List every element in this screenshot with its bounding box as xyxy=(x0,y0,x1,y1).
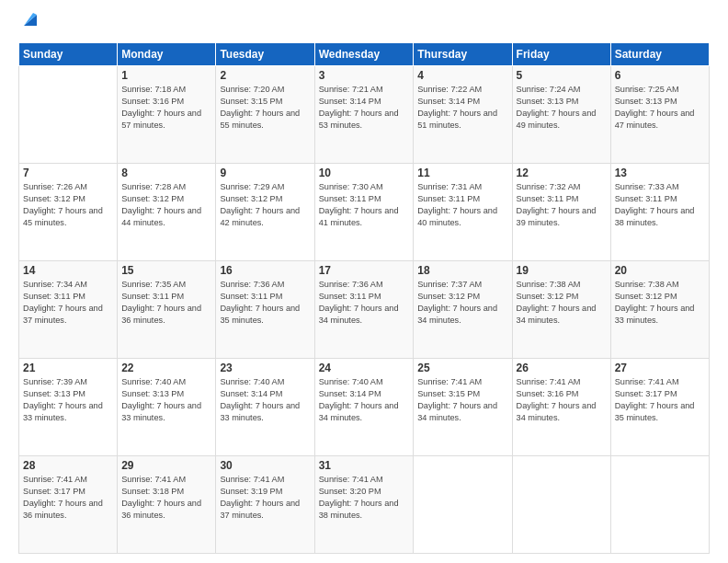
cell-sun-info: Sunrise: 7:34 AMSunset: 3:11 PMDaylight:… xyxy=(23,279,113,327)
calendar-cell: 19Sunrise: 7:38 AMSunset: 3:12 PMDayligh… xyxy=(512,261,610,359)
week-row-0: 1Sunrise: 7:18 AMSunset: 3:16 PMDaylight… xyxy=(19,66,710,164)
header xyxy=(18,17,710,33)
day-number: 15 xyxy=(121,264,211,277)
day-number: 25 xyxy=(417,362,507,374)
week-row-2: 14Sunrise: 7:34 AMSunset: 3:11 PMDayligh… xyxy=(19,261,710,359)
calendar-cell xyxy=(19,66,118,164)
logo xyxy=(18,17,40,33)
cell-sun-info: Sunrise: 7:25 AMSunset: 3:13 PMDaylight:… xyxy=(615,84,705,132)
day-number: 11 xyxy=(417,167,507,179)
calendar-header: SundayMondayTuesdayWednesdayThursdayFrid… xyxy=(19,43,710,66)
calendar-cell: 16Sunrise: 7:36 AMSunset: 3:11 PMDayligh… xyxy=(216,261,314,359)
cell-sun-info: Sunrise: 7:31 AMSunset: 3:11 PMDaylight:… xyxy=(417,181,507,229)
cell-sun-info: Sunrise: 7:38 AMSunset: 3:12 PMDaylight:… xyxy=(615,279,705,327)
cell-sun-info: Sunrise: 7:36 AMSunset: 3:11 PMDaylight:… xyxy=(220,279,310,327)
day-number: 20 xyxy=(615,264,705,277)
calendar-cell: 13Sunrise: 7:33 AMSunset: 3:11 PMDayligh… xyxy=(610,164,709,261)
day-number: 10 xyxy=(319,167,410,179)
calendar-cell: 5Sunrise: 7:24 AMSunset: 3:13 PMDaylight… xyxy=(512,66,610,164)
calendar-cell: 4Sunrise: 7:22 AMSunset: 3:14 PMDaylight… xyxy=(414,66,512,164)
day-number: 23 xyxy=(220,362,310,374)
logo-icon xyxy=(20,9,40,33)
cell-sun-info: Sunrise: 7:33 AMSunset: 3:11 PMDaylight:… xyxy=(615,181,705,229)
day-number: 21 xyxy=(23,362,113,374)
day-number: 22 xyxy=(121,362,211,374)
day-number: 3 xyxy=(319,69,410,82)
cell-sun-info: Sunrise: 7:30 AMSunset: 3:11 PMDaylight:… xyxy=(319,181,410,229)
weekday-header-saturday: Saturday xyxy=(610,43,709,66)
cell-sun-info: Sunrise: 7:41 AMSunset: 3:19 PMDaylight:… xyxy=(220,474,310,522)
calendar-cell: 10Sunrise: 7:30 AMSunset: 3:11 PMDayligh… xyxy=(314,164,414,261)
calendar-cell: 3Sunrise: 7:21 AMSunset: 3:14 PMDaylight… xyxy=(314,66,414,164)
calendar-cell: 20Sunrise: 7:38 AMSunset: 3:12 PMDayligh… xyxy=(610,261,709,359)
weekday-header-wednesday: Wednesday xyxy=(314,43,414,66)
calendar-cell xyxy=(414,456,512,554)
cell-sun-info: Sunrise: 7:40 AMSunset: 3:14 PMDaylight:… xyxy=(220,376,310,424)
weekday-header-monday: Monday xyxy=(118,43,216,66)
cell-sun-info: Sunrise: 7:41 AMSunset: 3:16 PMDaylight:… xyxy=(517,376,607,424)
calendar-cell: 21Sunrise: 7:39 AMSunset: 3:13 PMDayligh… xyxy=(19,359,118,456)
calendar-cell: 23Sunrise: 7:40 AMSunset: 3:14 PMDayligh… xyxy=(216,359,314,456)
calendar-cell: 27Sunrise: 7:41 AMSunset: 3:17 PMDayligh… xyxy=(610,359,709,456)
calendar-cell: 9Sunrise: 7:29 AMSunset: 3:12 PMDaylight… xyxy=(216,164,314,261)
calendar-cell: 8Sunrise: 7:28 AMSunset: 3:12 PMDaylight… xyxy=(118,164,216,261)
day-number: 4 xyxy=(417,69,507,82)
cell-sun-info: Sunrise: 7:29 AMSunset: 3:12 PMDaylight:… xyxy=(220,181,310,229)
calendar-cell: 1Sunrise: 7:18 AMSunset: 3:16 PMDaylight… xyxy=(118,66,216,164)
day-number: 24 xyxy=(319,362,410,374)
calendar-cell xyxy=(610,456,709,554)
calendar-cell: 24Sunrise: 7:40 AMSunset: 3:14 PMDayligh… xyxy=(314,359,414,456)
calendar-cell: 7Sunrise: 7:26 AMSunset: 3:12 PMDaylight… xyxy=(19,164,118,261)
cell-sun-info: Sunrise: 7:41 AMSunset: 3:20 PMDaylight:… xyxy=(319,474,410,522)
cell-sun-info: Sunrise: 7:41 AMSunset: 3:15 PMDaylight:… xyxy=(417,376,507,424)
calendar-cell: 28Sunrise: 7:41 AMSunset: 3:17 PMDayligh… xyxy=(19,456,118,554)
calendar-cell: 25Sunrise: 7:41 AMSunset: 3:15 PMDayligh… xyxy=(414,359,512,456)
cell-sun-info: Sunrise: 7:40 AMSunset: 3:14 PMDaylight:… xyxy=(319,376,410,424)
calendar-table: SundayMondayTuesdayWednesdayThursdayFrid… xyxy=(18,42,710,554)
calendar-cell: 29Sunrise: 7:41 AMSunset: 3:18 PMDayligh… xyxy=(118,456,216,554)
calendar-cell: 15Sunrise: 7:35 AMSunset: 3:11 PMDayligh… xyxy=(118,261,216,359)
week-row-1: 7Sunrise: 7:26 AMSunset: 3:12 PMDaylight… xyxy=(19,164,710,261)
cell-sun-info: Sunrise: 7:41 AMSunset: 3:18 PMDaylight:… xyxy=(121,474,211,522)
day-number: 27 xyxy=(615,362,705,374)
calendar-cell: 17Sunrise: 7:36 AMSunset: 3:11 PMDayligh… xyxy=(314,261,414,359)
cell-sun-info: Sunrise: 7:32 AMSunset: 3:11 PMDaylight:… xyxy=(517,181,607,229)
cell-sun-info: Sunrise: 7:41 AMSunset: 3:17 PMDaylight:… xyxy=(23,474,113,522)
cell-sun-info: Sunrise: 7:40 AMSunset: 3:13 PMDaylight:… xyxy=(121,376,211,424)
day-number: 7 xyxy=(23,167,113,179)
day-number: 5 xyxy=(517,69,607,82)
day-number: 6 xyxy=(615,69,705,82)
weekday-header-sunday: Sunday xyxy=(19,43,118,66)
day-number: 12 xyxy=(517,167,607,179)
day-number: 28 xyxy=(23,459,113,472)
day-number: 13 xyxy=(615,167,705,179)
cell-sun-info: Sunrise: 7:24 AMSunset: 3:13 PMDaylight:… xyxy=(517,84,607,132)
cell-sun-info: Sunrise: 7:38 AMSunset: 3:12 PMDaylight:… xyxy=(517,279,607,327)
day-number: 31 xyxy=(319,459,410,472)
week-row-4: 28Sunrise: 7:41 AMSunset: 3:17 PMDayligh… xyxy=(19,456,710,554)
day-number: 2 xyxy=(220,69,310,82)
day-number: 8 xyxy=(121,167,211,179)
day-number: 1 xyxy=(121,69,211,82)
calendar-page: SundayMondayTuesdayWednesdayThursdayFrid… xyxy=(0,0,728,563)
calendar-cell: 22Sunrise: 7:40 AMSunset: 3:13 PMDayligh… xyxy=(118,359,216,456)
calendar-cell: 12Sunrise: 7:32 AMSunset: 3:11 PMDayligh… xyxy=(512,164,610,261)
cell-sun-info: Sunrise: 7:36 AMSunset: 3:11 PMDaylight:… xyxy=(319,279,410,327)
cell-sun-info: Sunrise: 7:28 AMSunset: 3:12 PMDaylight:… xyxy=(121,181,211,229)
calendar-cell: 2Sunrise: 7:20 AMSunset: 3:15 PMDaylight… xyxy=(216,66,314,164)
day-number: 16 xyxy=(220,264,310,277)
weekday-header-friday: Friday xyxy=(512,43,610,66)
week-row-3: 21Sunrise: 7:39 AMSunset: 3:13 PMDayligh… xyxy=(19,359,710,456)
weekday-header-thursday: Thursday xyxy=(414,43,512,66)
calendar-cell: 11Sunrise: 7:31 AMSunset: 3:11 PMDayligh… xyxy=(414,164,512,261)
cell-sun-info: Sunrise: 7:35 AMSunset: 3:11 PMDaylight:… xyxy=(121,279,211,327)
cell-sun-info: Sunrise: 7:20 AMSunset: 3:15 PMDaylight:… xyxy=(220,84,310,132)
calendar-cell: 31Sunrise: 7:41 AMSunset: 3:20 PMDayligh… xyxy=(314,456,414,554)
cell-sun-info: Sunrise: 7:21 AMSunset: 3:14 PMDaylight:… xyxy=(319,84,410,132)
calendar-cell xyxy=(512,456,610,554)
calendar-body: 1Sunrise: 7:18 AMSunset: 3:16 PMDaylight… xyxy=(19,66,710,554)
cell-sun-info: Sunrise: 7:37 AMSunset: 3:12 PMDaylight:… xyxy=(417,279,507,327)
calendar-cell: 14Sunrise: 7:34 AMSunset: 3:11 PMDayligh… xyxy=(19,261,118,359)
weekday-row: SundayMondayTuesdayWednesdayThursdayFrid… xyxy=(19,43,710,66)
day-number: 9 xyxy=(220,167,310,179)
